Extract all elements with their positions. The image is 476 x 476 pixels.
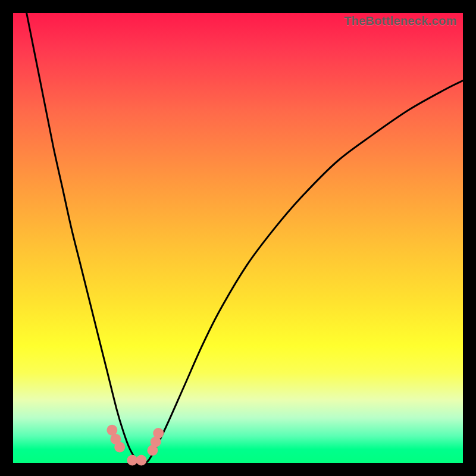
curve-markers bbox=[107, 425, 164, 466]
curve-path bbox=[27, 13, 463, 464]
curve-marker bbox=[136, 455, 147, 466]
curve-marker bbox=[114, 442, 125, 453]
curve-marker bbox=[153, 428, 164, 439]
bottleneck-curve bbox=[13, 13, 463, 463]
chart-plot-area: TheBottleneck.com bbox=[13, 13, 463, 463]
